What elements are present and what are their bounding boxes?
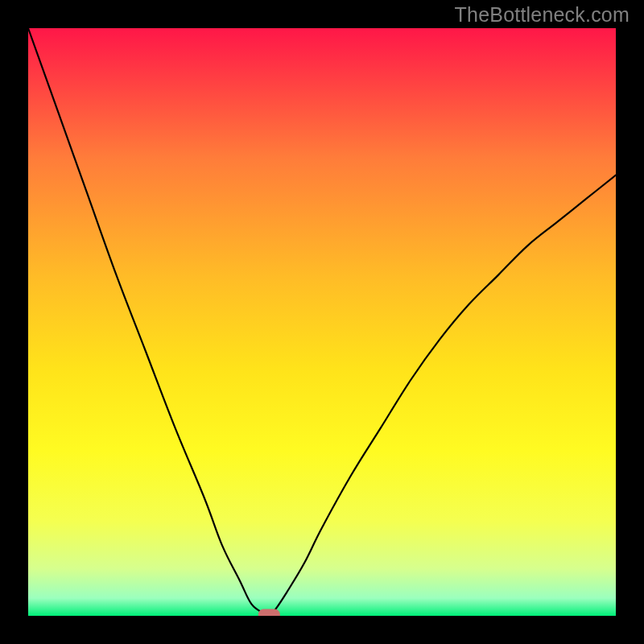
frame-left <box>0 0 28 644</box>
watermark-text: TheBottleneck.com <box>455 3 630 27</box>
frame-right <box>616 0 644 644</box>
bottleneck-chart-svg <box>0 0 644 644</box>
chart-container: { "watermark": "TheBottleneck.com", "col… <box>0 0 644 644</box>
frame-bottom <box>0 616 644 644</box>
